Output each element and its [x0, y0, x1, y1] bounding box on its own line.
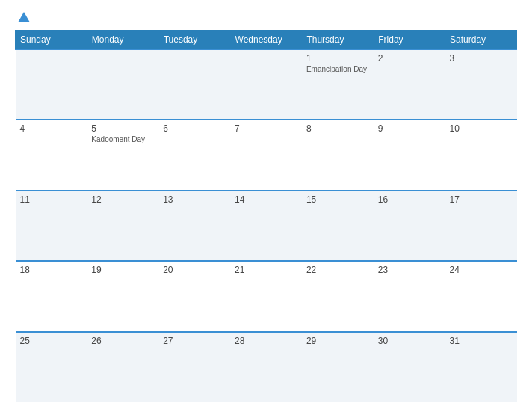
day-number: 17 [450, 194, 513, 205]
day-number: 14 [235, 194, 297, 205]
day-number: 20 [163, 265, 226, 275]
weekday-header: Wednesday [230, 31, 302, 50]
day-number: 23 [378, 265, 441, 275]
calendar-day-cell: 1Emancipation Day [302, 49, 374, 120]
calendar-day-cell: 3 [445, 49, 517, 120]
calendar-day-cell: 12 [87, 191, 158, 261]
calendar-page: SundayMondayTuesdayWednesdayThursdayFrid… [0, 0, 532, 411]
calendar-table: SundayMondayTuesdayWednesdayThursdayFrid… [15, 30, 517, 402]
day-number: 27 [163, 336, 226, 346]
day-number: 31 [450, 336, 513, 346]
calendar-day-cell: 17 [445, 191, 517, 261]
calendar-day-cell: 2 [374, 49, 445, 120]
day-number: 28 [235, 336, 297, 346]
day-number: 29 [306, 336, 369, 346]
day-number: 9 [378, 123, 441, 134]
calendar-week-row: 18192021222324 [16, 261, 517, 331]
calendar-week-row: 1Emancipation Day23 [16, 49, 517, 120]
calendar-day-cell: 10 [445, 120, 517, 190]
day-number: 8 [306, 123, 369, 134]
logo [15, 12, 30, 22]
calendar-day-cell [16, 49, 87, 120]
day-number: 11 [20, 194, 83, 205]
day-number: 10 [450, 123, 513, 134]
day-number: 24 [450, 265, 513, 275]
calendar-day-cell: 30 [374, 332, 445, 402]
day-number: 3 [450, 53, 513, 64]
calendar-day-cell [230, 49, 302, 120]
calendar-day-cell: 27 [158, 332, 230, 402]
day-number: 2 [378, 53, 441, 64]
day-number: 6 [163, 123, 226, 134]
weekday-header: Tuesday [158, 31, 230, 50]
calendar-day-cell: 6 [158, 120, 230, 190]
weekday-header: Monday [87, 31, 158, 50]
header [15, 12, 517, 22]
calendar-day-cell: 4 [16, 120, 87, 190]
calendar-day-cell: 21 [230, 261, 302, 331]
calendar-day-cell: 8 [302, 120, 374, 190]
day-number: 19 [91, 265, 154, 275]
weekday-header: Thursday [302, 31, 374, 50]
calendar-day-cell: 22 [302, 261, 374, 331]
weekday-header: Friday [374, 31, 445, 50]
calendar-day-cell: 24 [445, 261, 517, 331]
day-number: 30 [378, 336, 441, 346]
calendar-day-cell: 9 [374, 120, 445, 190]
logo-triangle-icon [18, 12, 30, 22]
weekday-header: Saturday [445, 31, 517, 50]
day-number: 26 [91, 336, 154, 346]
calendar-week-row: 45Kadooment Day678910 [16, 120, 517, 190]
calendar-week-row: 25262728293031 [16, 332, 517, 402]
day-number: 4 [20, 123, 83, 134]
calendar-day-cell: 25 [16, 332, 87, 402]
calendar-day-cell: 11 [16, 191, 87, 261]
holiday-label: Kadooment Day [91, 135, 154, 143]
day-number: 5 [91, 123, 154, 134]
day-number: 22 [306, 265, 369, 275]
calendar-day-cell: 7 [230, 120, 302, 190]
weekday-header-row: SundayMondayTuesdayWednesdayThursdayFrid… [16, 31, 517, 50]
calendar-day-cell [158, 49, 230, 120]
calendar-day-cell: 14 [230, 191, 302, 261]
calendar-day-cell: 31 [445, 332, 517, 402]
day-number: 1 [306, 53, 369, 64]
calendar-day-cell: 5Kadooment Day [87, 120, 158, 190]
calendar-day-cell: 16 [374, 191, 445, 261]
day-number: 18 [20, 265, 83, 275]
day-number: 12 [91, 194, 154, 205]
weekday-header: Sunday [16, 31, 87, 50]
calendar-day-cell: 20 [158, 261, 230, 331]
day-number: 15 [306, 194, 369, 205]
calendar-day-cell: 26 [87, 332, 158, 402]
calendar-week-row: 11121314151617 [16, 191, 517, 261]
calendar-day-cell: 18 [16, 261, 87, 331]
day-number: 16 [378, 194, 441, 205]
calendar-day-cell: 23 [374, 261, 445, 331]
calendar-day-cell: 13 [158, 191, 230, 261]
holiday-label: Emancipation Day [306, 65, 369, 73]
calendar-day-cell: 19 [87, 261, 158, 331]
calendar-day-cell [87, 49, 158, 120]
calendar-day-cell: 29 [302, 332, 374, 402]
day-number: 21 [235, 265, 297, 275]
day-number: 7 [235, 123, 297, 134]
day-number: 25 [20, 336, 83, 346]
calendar-day-cell: 28 [230, 332, 302, 402]
day-number: 13 [163, 194, 226, 205]
calendar-day-cell: 15 [302, 191, 374, 261]
